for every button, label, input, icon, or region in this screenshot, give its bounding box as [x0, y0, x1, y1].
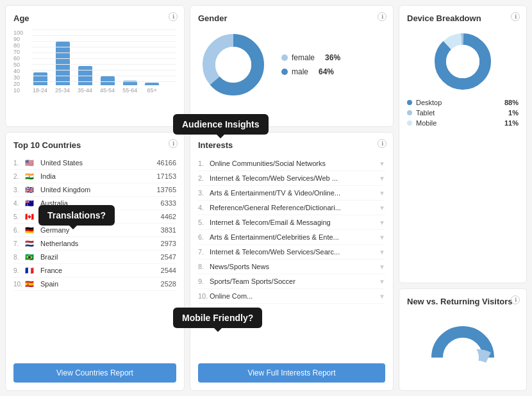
gender-donut [198, 29, 269, 100]
new-visitors-info-icon[interactable]: ℹ [511, 295, 520, 304]
interest-name: Internet & Telecom/Email & Messaging [210, 219, 376, 226]
country-flag: 🇬🇧 [25, 186, 37, 194]
interest-list: 1. Online Communities/Social Networks ▼ … [198, 156, 385, 358]
svg-point-6 [446, 45, 479, 78]
country-list: 1. 🇺🇸 United States 46166 2. 🇮🇳 India 17… [13, 156, 176, 358]
country-item: 6. 🇩🇪 Germany 3831 [13, 224, 176, 237]
age-card: Age ℹ 10090807060 5040302010 18-24 25-34 [5, 5, 185, 127]
interest-name: Online Com... [210, 292, 376, 300]
country-name: Spain [40, 280, 161, 288]
interest-item[interactable]: 2. Internet & Telecom/Web Services/Web .… [198, 171, 385, 186]
chevron-down-icon: ▼ [379, 160, 385, 167]
interest-item[interactable]: 3. Arts & Entertainment/TV & Video/Onlin… [198, 186, 385, 201]
country-name: India [40, 172, 156, 180]
interests-card: Interests ℹ 1. Online Communities/Social… [190, 132, 394, 391]
country-item: 5. 🇨🇦 Canada 4462 [13, 210, 176, 224]
gender-content: female 36% male 64% [198, 29, 385, 100]
tablet-legend: Tablet 1% [407, 109, 519, 117]
interest-item[interactable]: 7. Internet & Telecom/Web Services/Searc… [198, 245, 385, 260]
tablet-label: Tablet [416, 109, 435, 117]
gender-info-icon[interactable]: ℹ [378, 12, 387, 21]
country-count: 3831 [161, 226, 176, 234]
country-flag: 🇮🇳 [25, 172, 37, 180]
male-label: male [292, 67, 308, 76]
chevron-down-icon: ▼ [379, 234, 385, 241]
chevron-down-icon: ▼ [379, 249, 385, 256]
tablet-pct: 1% [508, 109, 519, 117]
country-item: 7. 🇳🇱 Netherlands 2973 [13, 237, 176, 251]
country-count: 46166 [156, 159, 176, 167]
female-dot [281, 54, 288, 61]
chart-grid [31, 29, 176, 82]
country-count: 2544 [161, 267, 176, 274]
interest-item[interactable]: 9. Sports/Team Sports/Soccer ▼ [198, 274, 385, 289]
country-name: Netherlands [40, 240, 161, 247]
device-info-icon[interactable]: ℹ [511, 12, 520, 21]
bar-group-65plus: 65+ [145, 83, 159, 94]
device-content: Desktop 88% Tablet 1% Mobile 11% [407, 29, 519, 129]
interest-name: News/Sports News [210, 263, 376, 270]
interest-item[interactable]: 1. Online Communities/Social Networks ▼ [198, 156, 385, 171]
country-flag: 🇧🇷 [25, 253, 37, 261]
device-card: Device Breakdown ℹ Desktop 88% [399, 5, 527, 283]
view-countries-btn[interactable]: View Countries Report [13, 363, 176, 383]
gender-card: Gender ℹ female 36% [190, 5, 394, 127]
mobile-dot [407, 120, 412, 126]
chevron-down-icon: ▼ [379, 175, 385, 182]
interests-info-icon[interactable]: ℹ [378, 139, 387, 148]
device-legend: Desktop 88% Tablet 1% Mobile 11% [407, 99, 519, 129]
country-name: Australia [40, 199, 161, 207]
interest-item[interactable]: 4. Reference/General Reference/Dictionar… [198, 201, 385, 215]
interest-name: Online Communities/Social Networks [210, 160, 376, 167]
country-item: 9. 🇫🇷 France 2544 [13, 264, 176, 277]
interest-item[interactable]: 10. Online Com... ▼ [198, 289, 385, 304]
desktop-legend: Desktop 88% [407, 99, 519, 106]
female-label: female [292, 53, 315, 62]
interest-name: Internet & Telecom/Web Services/Web ... [210, 174, 376, 182]
country-item: 3. 🇬🇧 United Kingdom 13765 [13, 183, 176, 197]
bar-65plus [145, 83, 159, 85]
country-flag: 🇨🇦 [25, 213, 37, 220]
country-name: United Kingdom [40, 186, 156, 194]
male-pct: 64% [319, 67, 334, 76]
tablet-dot [407, 110, 412, 115]
chevron-down-icon: ▼ [379, 263, 385, 270]
desktop-pct: 88% [504, 99, 519, 106]
country-item: 8. 🇧🇷 Brazil 2547 [13, 251, 176, 264]
country-name: United States [40, 159, 156, 167]
device-donut [431, 29, 495, 94]
interest-item[interactable]: 8. News/Sports News ▼ [198, 260, 385, 274]
interest-item[interactable]: 6. Arts & Entertainment/Celebrities & En… [198, 230, 385, 245]
country-flag: 🇩🇪 [25, 226, 37, 234]
age-title: Age [13, 13, 176, 23]
svg-point-2 [215, 47, 251, 83]
country-name: Canada [40, 213, 161, 220]
chevron-down-icon: ▼ [379, 293, 385, 300]
age-info-icon[interactable]: ℹ [169, 12, 178, 21]
country-item: 10. 🇪🇸 Spain 2528 [13, 277, 176, 291]
view-interests-btn[interactable]: View Full Interests Report [198, 363, 385, 383]
mobile-label: Mobile [416, 119, 436, 127]
interest-name: Sports/Team Sports/Soccer [210, 277, 376, 285]
interest-name: Arts & Entertainment/TV & Video/Online..… [210, 189, 376, 197]
new-visitors-chart [407, 313, 519, 364]
mobile-pct: 11% [504, 119, 519, 127]
chevron-down-icon: ▼ [379, 278, 385, 285]
chevron-down-icon: ▼ [379, 204, 385, 211]
male-dot [281, 69, 288, 75]
country-count: 4462 [161, 213, 176, 220]
age-bar-chart: 10090807060 5040302010 18-24 25-34 35-44… [13, 29, 176, 94]
chevron-down-icon: ▼ [379, 190, 385, 197]
countries-info-icon[interactable]: ℹ [169, 139, 178, 148]
country-name: France [40, 267, 161, 274]
country-name: Germany [40, 226, 161, 234]
country-name: Brazil [40, 253, 161, 261]
male-legend-item: male 64% [281, 67, 340, 76]
desktop-label: Desktop [416, 99, 442, 106]
interest-item[interactable]: 5. Internet & Telecom/Email & Messaging … [198, 215, 385, 230]
female-legend-item: female 36% [281, 53, 340, 62]
interest-name: Internet & Telecom/Web Services/Searc... [210, 248, 376, 256]
country-flag: 🇪🇸 [25, 280, 37, 288]
country-item: 4. 🇦🇺 Australia 6333 [13, 197, 176, 210]
country-flag: 🇺🇸 [25, 159, 37, 167]
